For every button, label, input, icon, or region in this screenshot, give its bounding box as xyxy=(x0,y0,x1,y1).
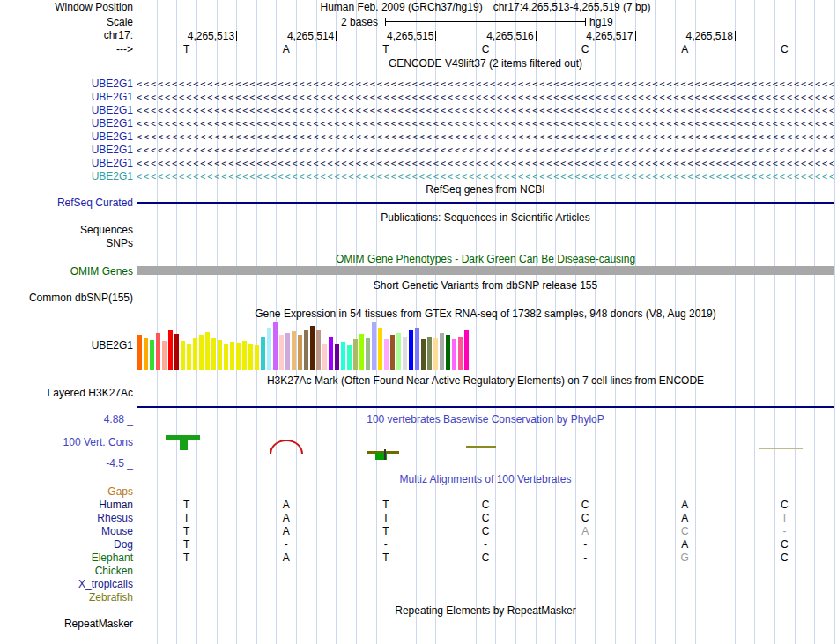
gtex-tissue-bar[interactable] xyxy=(433,338,438,370)
gtex-tissue-bar[interactable] xyxy=(224,344,228,370)
gtex-tissue-bar[interactable] xyxy=(372,322,376,370)
species-label[interactable]: Zebrafish xyxy=(0,591,137,604)
gtex-tissue-bar[interactable] xyxy=(144,338,148,370)
gtex-tissue-bar[interactable] xyxy=(248,344,253,370)
gtex-tissue-bar[interactable] xyxy=(421,339,426,370)
alignment-row-gaps[interactable]: Gaps xyxy=(0,485,837,499)
gtex-tissue-bar[interactable] xyxy=(409,330,413,370)
gtex-tissue-bar[interactable] xyxy=(168,330,173,370)
species-label[interactable]: Mouse xyxy=(0,525,137,538)
omim-genes-label[interactable]: OMIM Genes xyxy=(0,265,137,278)
gtex-tissue-bar[interactable] xyxy=(267,328,271,370)
gencode-transcript-row[interactable]: UBE2G1<<<<<<<<<<<<<<<<<<<<<<<<<<<<<<<<<<… xyxy=(0,130,837,144)
transcript-label[interactable]: UBE2G1 xyxy=(0,157,137,170)
omim-dense-bar[interactable] xyxy=(137,266,834,275)
dbsnp-label[interactable]: Common dbSNP(155) xyxy=(0,292,137,305)
gtex-tissue-bar[interactable] xyxy=(353,339,358,370)
gtex-tissue-bar[interactable] xyxy=(199,335,204,370)
gtex-tissue-bar[interactable] xyxy=(150,340,154,370)
coordinates-row[interactable]: chr17: 4,265,5134,265,5144,265,5154,265,… xyxy=(0,29,837,43)
gtex-tissue-bar[interactable] xyxy=(347,345,352,370)
gtex-tissue-bar[interactable] xyxy=(452,339,456,370)
refseq-curated-track[interactable]: RefSeq Curated xyxy=(0,196,837,211)
repeatmasker-label[interactable]: RepeatMasker xyxy=(0,618,137,631)
gtex-tissue-bar[interactable] xyxy=(310,326,315,370)
transcript-label[interactable]: UBE2G1 xyxy=(0,144,137,157)
alignment-row-chicken[interactable]: Chicken xyxy=(0,565,837,578)
gtex-tissue-bar[interactable] xyxy=(181,341,185,370)
gtex-tissue-bar[interactable] xyxy=(415,328,419,370)
gtex-tissue-bar[interactable] xyxy=(137,335,142,370)
species-label[interactable]: X_tropicalis xyxy=(0,578,137,591)
gencode-transcript-row[interactable]: UBE2G1<<<<<<<<<<<<<<<<<<<<<<<<<<<<<<<<<<… xyxy=(0,157,837,170)
transcript-label[interactable]: UBE2G1 xyxy=(0,91,137,104)
species-label[interactable]: Gaps xyxy=(0,485,137,499)
gencode-transcript-row[interactable]: UBE2G1<<<<<<<<<<<<<<<<<<<<<<<<<<<<<<<<<<… xyxy=(0,144,837,157)
refseq-gene-bar[interactable] xyxy=(137,202,834,204)
gtex-tissue-bar[interactable] xyxy=(162,341,167,370)
gtex-tissue-bar[interactable] xyxy=(211,338,216,370)
alignment-row-dog[interactable]: DogT----AC xyxy=(0,538,837,551)
gtex-tissue-bar[interactable] xyxy=(378,328,382,370)
gtex-tissue-bar[interactable] xyxy=(218,340,222,370)
phylop-track-label[interactable]: 100 Vert. Cons xyxy=(0,436,137,448)
gtex-bar-chart[interactable] xyxy=(137,320,834,371)
gencode-transcript-row[interactable]: UBE2G1<<<<<<<<<<<<<<<<<<<<<<<<<<<<<<<<<<… xyxy=(0,170,837,183)
refseq-curated-label[interactable]: RefSeq Curated xyxy=(0,196,137,211)
gtex-tissue-bar[interactable] xyxy=(396,333,401,370)
gtex-tissue-bar[interactable] xyxy=(316,330,321,370)
transcript-label[interactable]: UBE2G1 xyxy=(0,78,137,91)
gtex-track[interactable]: UBE2G1 xyxy=(0,320,837,371)
species-label[interactable]: Rhesus xyxy=(0,512,137,525)
gtex-tissue-bar[interactable] xyxy=(329,337,333,370)
h3k27ac-track[interactable]: Layered H3K27Ac xyxy=(0,387,837,400)
gtex-tissue-bar[interactable] xyxy=(255,345,259,370)
alignment-row-mouse[interactable]: MouseTATCAC- xyxy=(0,525,837,538)
gencode-transcript-row[interactable]: UBE2G1<<<<<<<<<<<<<<<<<<<<<<<<<<<<<<<<<<… xyxy=(0,104,837,117)
gtex-tissue-bar[interactable] xyxy=(384,339,389,370)
gencode-track[interactable]: UBE2G1<<<<<<<<<<<<<<<<<<<<<<<<<<<<<<<<<<… xyxy=(0,78,837,183)
alignment-row-x_tropicalis[interactable]: X_tropicalis xyxy=(0,578,837,591)
species-label[interactable]: Chicken xyxy=(0,565,137,578)
alignment-row-human[interactable]: HumanTATCCAC xyxy=(0,499,837,512)
gtex-tissue-bar[interactable] xyxy=(193,338,197,370)
snps-label[interactable]: SNPs xyxy=(0,237,137,250)
phylop-wiggle[interactable] xyxy=(137,410,834,471)
gtex-tissue-bar[interactable] xyxy=(273,322,278,370)
transcript-label[interactable]: UBE2G1 xyxy=(0,104,137,117)
gtex-tissue-bar[interactable] xyxy=(341,342,345,370)
gtex-tissue-bar[interactable] xyxy=(304,330,308,370)
gtex-tissue-bar[interactable] xyxy=(279,335,284,370)
transcript-label[interactable]: UBE2G1 xyxy=(0,170,137,183)
gtex-tissue-bar[interactable] xyxy=(242,341,247,370)
gtex-tissue-bar[interactable] xyxy=(335,344,339,370)
species-label[interactable]: Dog xyxy=(0,538,137,551)
gtex-gene-label[interactable]: UBE2G1 xyxy=(0,320,137,371)
publications-sequences-track[interactable]: Sequences xyxy=(0,224,837,237)
gtex-tissue-bar[interactable] xyxy=(298,335,302,370)
gtex-tissue-bar[interactable] xyxy=(427,337,432,370)
gtex-tissue-bar[interactable] xyxy=(446,335,450,370)
gtex-tissue-bar[interactable] xyxy=(359,334,364,370)
gencode-transcript-row[interactable]: UBE2G1<<<<<<<<<<<<<<<<<<<<<<<<<<<<<<<<<<… xyxy=(0,78,837,91)
h3k27ac-label[interactable]: Layered H3K27Ac xyxy=(0,387,137,400)
gtex-tissue-bar[interactable] xyxy=(285,333,290,370)
dbsnp-track[interactable]: Common dbSNP(155) xyxy=(0,292,837,305)
omim-genes-track[interactable]: OMIM Genes xyxy=(0,265,837,278)
species-label[interactable]: Elephant xyxy=(0,551,137,565)
multiz-track[interactable]: GapsHumanTATCCACRhesusTATCCATMouseTATCAC… xyxy=(0,485,837,604)
gtex-tissue-bar[interactable] xyxy=(440,333,444,370)
gtex-tissue-bar[interactable] xyxy=(236,343,241,370)
gtex-tissue-bar[interactable] xyxy=(230,342,234,370)
sequences-label[interactable]: Sequences xyxy=(0,224,137,237)
gtex-tissue-bar[interactable] xyxy=(292,331,296,370)
gtex-tissue-bar[interactable] xyxy=(464,330,469,370)
gtex-tissue-bar[interactable] xyxy=(174,334,179,370)
species-label[interactable]: Human xyxy=(0,499,137,512)
publications-snps-track[interactable]: SNPs xyxy=(0,237,837,250)
coordinate-ruler[interactable]: 4,265,5134,265,5144,265,5154,265,5164,26… xyxy=(137,29,834,43)
transcript-label[interactable]: UBE2G1 xyxy=(0,130,137,144)
gtex-tissue-bar[interactable] xyxy=(187,344,191,370)
transcript-label[interactable]: UBE2G1 xyxy=(0,117,137,130)
gtex-tissue-bar[interactable] xyxy=(156,333,160,370)
